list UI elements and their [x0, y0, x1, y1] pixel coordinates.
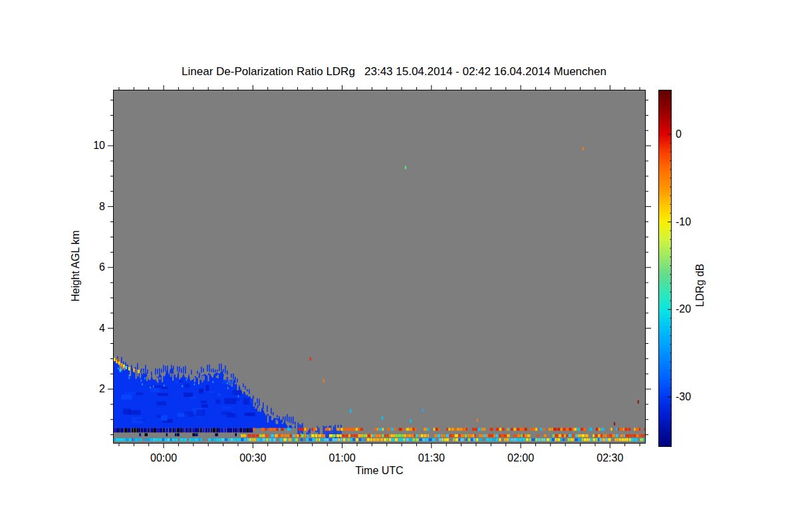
- y-tick-label: 8: [39, 200, 105, 213]
- heatmap-content: [113, 90, 646, 444]
- y-tick-label: 10: [39, 139, 105, 152]
- colorbar-tick-label: -30: [676, 390, 716, 404]
- y-tick-label: 4: [39, 322, 105, 335]
- x-tick-label: 01:30: [405, 452, 458, 465]
- colorbar: [658, 90, 672, 447]
- x-tick-label: 01:00: [316, 452, 369, 465]
- x-tick-label: 02:30: [583, 452, 636, 465]
- ldr-quicklook-figure: Linear De-Polarization Ratio LDRg 23:43 …: [0, 0, 798, 532]
- x-tick-label: 02:00: [494, 452, 547, 465]
- colorbar-tick-label: -20: [676, 303, 716, 316]
- colorbar-tick-label: 0: [676, 128, 716, 141]
- x-tick-label: 00:30: [226, 452, 279, 465]
- x-tick-label: 00:00: [137, 452, 190, 465]
- plot-canvas: [0, 0, 798, 532]
- y-tick-label: 2: [39, 382, 105, 396]
- colorbar-tick-label: -10: [676, 215, 716, 229]
- y-tick-label: 6: [39, 261, 105, 274]
